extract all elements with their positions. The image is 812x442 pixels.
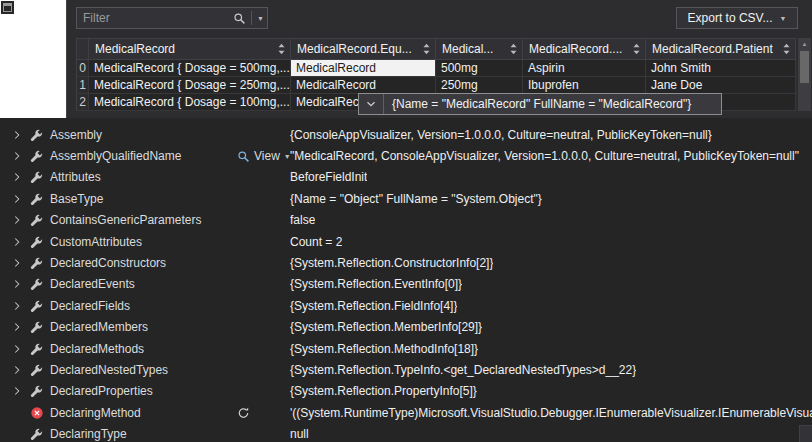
expand-chevron-icon[interactable] — [10, 192, 24, 206]
expand-chevron-icon[interactable] — [10, 342, 24, 356]
member-name: DeclaredConstructors — [50, 256, 166, 270]
member-name: AssemblyQualifiedName — [50, 149, 181, 163]
sort-icon[interactable] — [782, 43, 791, 55]
table-cell[interactable]: MedicalRecord — [291, 77, 436, 94]
tree-row[interactable]: DeclaredConstructors View ▼ {System.Refl… — [0, 252, 812, 273]
expand-chevron-icon[interactable] — [10, 128, 24, 142]
refresh-button[interactable] — [237, 406, 250, 419]
column-header[interactable]: MedicalRecord.Patient — [646, 38, 796, 60]
member-value: false — [290, 213, 315, 227]
table-row[interactable]: 1MedicalRecord { Dosage = 250mg,...Medic… — [76, 77, 796, 94]
tree-row[interactable]: DeclaredProperties View ▼ {System.Reflec… — [0, 381, 812, 402]
tree-row[interactable]: DeclaredEvents View ▼ {System.Reflection… — [0, 274, 812, 295]
member-value: {ConsoleAppVisualizer, Version=1.0.0.0, … — [290, 128, 712, 142]
property-wrench-icon — [30, 342, 44, 356]
member-name: DeclaredFields — [50, 299, 130, 313]
tree-row[interactable]: Assembly View ▼ {ConsoleAppVisualizer, V… — [0, 124, 812, 145]
member-name: Assembly — [50, 128, 102, 142]
tree-row[interactable]: BaseType View ▼ {Name = "Object" FullNam… — [0, 188, 812, 209]
tree-row[interactable]: AssemblyQualifiedName View ▼ "MedicalRec… — [0, 145, 812, 166]
property-wrench-icon — [30, 277, 44, 291]
tree-row[interactable]: DeclaringType View ▼ null — [0, 423, 812, 442]
member-value: null — [290, 427, 309, 441]
filter-input[interactable] — [77, 11, 230, 25]
table-scrollbar[interactable]: ▲ — [798, 38, 811, 111]
property-wrench-icon — [30, 320, 44, 334]
row-number: 0 — [76, 60, 89, 77]
member-name: DeclaredEvents — [50, 277, 135, 291]
table-cell[interactable]: MedicalRecord — [291, 60, 436, 77]
scroll-up-icon[interactable]: ▲ — [798, 38, 811, 50]
filter-separator — [251, 11, 252, 25]
column-header[interactable]: MedicalRecord — [89, 38, 291, 60]
filter-dropdown-icon[interactable]: ▼ — [254, 15, 267, 22]
tree-row[interactable]: DeclaringMethod View ▼ '((System.Runtime… — [0, 402, 812, 423]
member-value: "MedicalRecord, ConsoleAppVisualizer, Ve… — [290, 149, 799, 163]
expand-chevron-icon[interactable] — [10, 320, 24, 334]
expand-chevron-icon[interactable] — [10, 299, 24, 313]
expand-chevron-icon[interactable] — [10, 256, 24, 270]
tree-row[interactable]: DeclaredMethods View ▼ {System.Reflectio… — [0, 338, 812, 359]
table-cell[interactable]: Jane Doe — [646, 77, 796, 94]
tree-row[interactable]: ContainsGenericParameters View ▼ false — [0, 210, 812, 231]
member-value: {System.Reflection.TypeInfo.<get_Declare… — [290, 363, 636, 377]
tree-row[interactable]: DeclaredFields View ▼ {System.Reflection… — [0, 295, 812, 316]
table-cell[interactable]: 500mg — [436, 60, 523, 77]
property-wrench-icon — [30, 427, 44, 441]
search-icon[interactable] — [230, 12, 249, 25]
filter-box[interactable]: ▼ — [76, 7, 268, 29]
expand-chevron-icon[interactable] — [10, 363, 24, 377]
table-cell[interactable]: Ibuprofen — [523, 77, 646, 94]
table-cell[interactable]: MedicalRecord { Dosage = 100mg,... — [89, 94, 291, 111]
view-button[interactable]: View ▼ — [237, 149, 291, 163]
table-cell[interactable]: MedicalRecord { Dosage = 500mg,... — [89, 60, 291, 77]
column-header-label: MedicalRecord — [95, 42, 175, 56]
export-csv-button[interactable]: Export to CSV... ▼ — [676, 7, 798, 29]
property-wrench-icon — [30, 213, 44, 227]
property-wrench-icon — [30, 299, 44, 313]
expand-chevron-icon[interactable] — [10, 213, 24, 227]
view-button-label: View — [254, 149, 280, 163]
expand-chevron-icon[interactable] — [10, 170, 24, 184]
member-name: ContainsGenericParameters — [50, 213, 201, 227]
column-header[interactable]: MedicalRecord.Equ... — [291, 38, 436, 60]
sort-icon[interactable] — [509, 43, 518, 55]
table-cell[interactable]: MedicalRecord { Dosage = 250mg,... — [89, 77, 291, 94]
member-name: DeclaringType — [50, 427, 127, 441]
property-wrench-icon — [30, 192, 44, 206]
row-number: 2 — [76, 94, 89, 111]
datatip-header[interactable]: {Name = "MedicalRecord" FullName = "Medi… — [358, 93, 722, 115]
scrollbar-thumb[interactable] — [800, 51, 809, 83]
table-row[interactable]: 0MedicalRecord { Dosage = 500mg,...Medic… — [76, 60, 796, 77]
column-header[interactable]: MedicalRecord.... — [523, 38, 646, 60]
property-wrench-icon — [30, 235, 44, 249]
row-number-column-header — [76, 38, 89, 60]
tree-row[interactable]: DeclaredNestedTypes View ▼ {System.Refle… — [0, 359, 812, 380]
member-value: {System.Reflection.FieldInfo[4]} — [290, 299, 457, 313]
expand-chevron-icon[interactable] — [10, 277, 24, 291]
member-value: BeforeFieldInit — [290, 170, 367, 184]
sort-icon[interactable] — [422, 43, 431, 55]
table-cell[interactable]: John Smith — [646, 60, 796, 77]
chevron-down-icon[interactable] — [359, 94, 384, 114]
error-icon — [30, 406, 44, 420]
expand-chevron-icon[interactable] — [10, 235, 24, 249]
member-value: {Name = "Object" FullName = "System.Obje… — [290, 192, 542, 206]
column-header[interactable]: Medical... — [436, 38, 523, 60]
expand-chevron-icon[interactable] — [10, 384, 24, 398]
member-name: DeclaringMethod — [50, 406, 141, 420]
property-wrench-icon — [30, 170, 44, 184]
sort-icon[interactable] — [632, 43, 641, 55]
datatip-expansion-tree: Assembly View ▼ {ConsoleAppVisualizer, V… — [0, 118, 812, 442]
app-icon — [1, 1, 14, 14]
member-name: DeclaredMethods — [50, 342, 144, 356]
member-value: {System.Reflection.ConstructorInfo[2]} — [290, 256, 493, 270]
tree-row[interactable]: CustomAttributes View ▼ Count = 2 — [0, 231, 812, 252]
expand-chevron-icon[interactable] — [10, 149, 24, 163]
sort-icon[interactable] — [277, 43, 286, 55]
table-cell[interactable]: Aspirin — [523, 60, 646, 77]
tree-row[interactable]: Attributes View ▼ BeforeFieldInit — [0, 167, 812, 188]
tree-row[interactable]: DeclaredMembers View ▼ {System.Reflectio… — [0, 317, 812, 338]
table-cell[interactable]: 250mg — [436, 77, 523, 94]
member-name: DeclaredProperties — [50, 384, 153, 398]
